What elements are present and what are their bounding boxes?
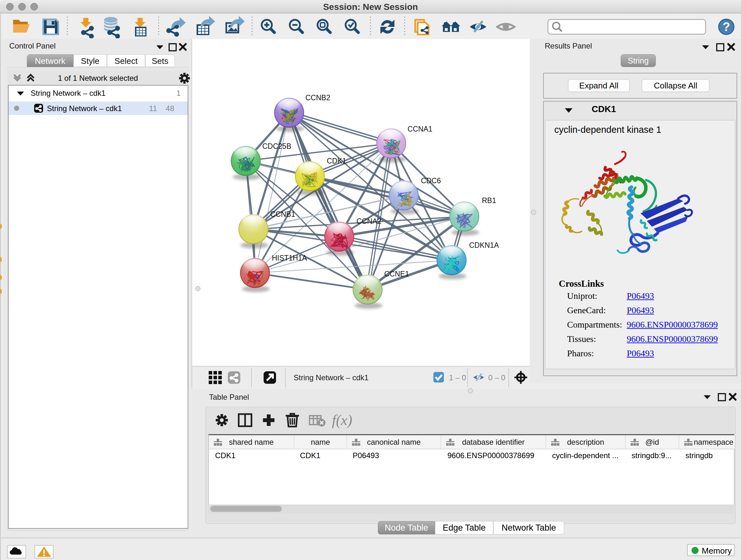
svg-text:HIST1H1A: HIST1H1A bbox=[272, 254, 307, 262]
svg-text:String Network – cdk1: String Network – cdk1 bbox=[293, 373, 368, 382]
svg-text:CDK1: CDK1 bbox=[327, 157, 346, 165]
svg-text:f(x): f(x) bbox=[332, 412, 352, 428]
svg-text:CDC6: CDC6 bbox=[421, 177, 441, 185]
svg-text:CDC25B: CDC25B bbox=[262, 142, 291, 150]
svg-text:?: ? bbox=[723, 20, 730, 34]
svg-text:CCNE1: CCNE1 bbox=[384, 270, 409, 278]
svg-text:CCNB2: CCNB2 bbox=[306, 94, 330, 102]
svg-text:1 – 0: 1 – 0 bbox=[449, 373, 466, 382]
svg-text:CCNB1: CCNB1 bbox=[270, 210, 295, 219]
svg-text:0 – 0: 0 – 0 bbox=[488, 373, 505, 382]
svg-text:CCNA1: CCNA1 bbox=[408, 125, 432, 133]
svg-text:RB1: RB1 bbox=[482, 196, 496, 205]
svg-text:CDKN1A: CDKN1A bbox=[469, 241, 499, 249]
svg-text:CCNA2: CCNA2 bbox=[356, 217, 381, 226]
